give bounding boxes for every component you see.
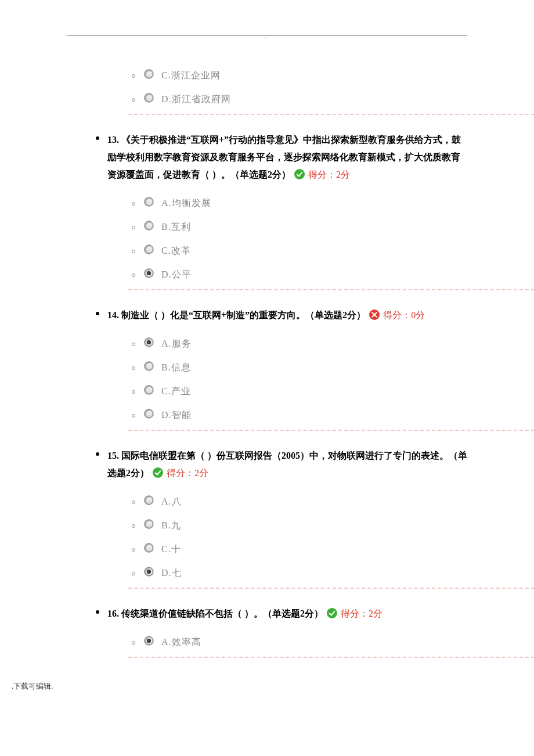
question-14: 14. 制造业（ ）化是“互联网+制造”的重要方向。（单选题2分） 得分：0分 … — [67, 307, 467, 431]
list-bullet-icon — [132, 98, 135, 102]
question-stem: 传统渠道价值链缺陷不包括（ ）。（单选题2分） — [121, 609, 323, 618]
footer-text: .下载可编辑. — [12, 681, 534, 692]
option-label: A.均衡发展 — [161, 197, 211, 210]
question-15: 15. 国际电信联盟在第（ ）份互联网报告（2005）中，对物联网进行了专门的表… — [67, 447, 467, 589]
option-row: D.浙江省政府网 — [67, 88, 467, 111]
question-number: 15. — [107, 451, 119, 460]
option-label: D.公平 — [161, 269, 192, 281]
option-label: A.效率高 — [161, 636, 201, 649]
option-label: A.八 — [161, 496, 182, 508]
radio-selected-icon[interactable] — [145, 338, 153, 347]
radio-icon[interactable] — [145, 245, 153, 254]
list-bullet-icon — [132, 366, 135, 370]
radio-icon[interactable] — [145, 221, 153, 230]
radio-selected-icon[interactable] — [145, 636, 153, 645]
bullet-icon — [96, 610, 99, 614]
question-stem: 制造业（ ）化是“互联网+制造”的重要方向。（单选题2分） — [121, 310, 366, 320]
list-bullet-icon — [132, 226, 135, 229]
list-bullet-icon — [132, 74, 135, 78]
option-row: A.均衡发展 — [67, 192, 467, 215]
list-bullet-icon — [132, 390, 135, 394]
radio-icon[interactable] — [145, 409, 153, 418]
options-list: A.均衡发展 B.互利 C.改革 D.公平 — [67, 192, 467, 290]
header-dots: .. — [0, 32, 534, 41]
check-icon — [153, 467, 163, 478]
list-bullet-icon — [132, 548, 135, 552]
score-text: 得分：2分 — [341, 609, 383, 618]
option-label: A.服务 — [161, 338, 192, 350]
option-row: C.产业 — [67, 380, 467, 404]
dashed-separator — [128, 114, 534, 115]
dashed-separator — [128, 588, 534, 589]
option-label: C.浙江企业网 — [161, 70, 221, 82]
option-row: B.九 — [67, 514, 467, 538]
q12-options-tail: C.浙江企业网 D.浙江省政府网 — [67, 64, 467, 115]
check-icon — [294, 169, 305, 179]
option-row: A.八 — [67, 490, 467, 514]
content-area: C.浙江企业网 D.浙江省政府网 13. 《关于积极推进“互联网+”行动的指导意… — [67, 64, 467, 658]
question-16: 16. 传统渠道价值链缺陷不包括（ ）。（单选题2分） 得分：2分 A.效率高 — [67, 605, 467, 658]
option-label: B.信息 — [161, 362, 191, 374]
dashed-separator — [128, 657, 534, 658]
score-text: 得分：2分 — [308, 170, 350, 179]
option-label: C.十 — [161, 543, 181, 556]
score-text: 得分：0分 — [383, 310, 425, 320]
radio-icon[interactable] — [145, 386, 153, 394]
radio-icon[interactable] — [145, 520, 153, 528]
dashed-separator — [128, 430, 534, 431]
radio-selected-icon[interactable] — [145, 269, 153, 278]
x-icon — [369, 309, 380, 320]
bullet-icon — [96, 136, 99, 140]
list-bullet-icon — [132, 524, 135, 528]
list-bullet-icon — [132, 641, 135, 645]
document-page: .. C.浙江企业网 D.浙江省政府网 13. 《关于积极推进“互联网+” — [0, 0, 534, 715]
bullet-icon — [96, 452, 99, 456]
options-list: A.八 B.九 C.十 D.七 — [67, 490, 467, 589]
option-row: C.改革 — [67, 239, 467, 263]
list-bullet-icon — [132, 501, 135, 504]
option-row: A.效率高 — [67, 631, 467, 654]
question-text: 16. 传统渠道价值链缺陷不包括（ ）。（单选题2分） 得分：2分 — [107, 605, 467, 622]
option-row: D.公平 — [67, 263, 467, 287]
radio-icon[interactable] — [145, 496, 153, 505]
option-label: D.智能 — [161, 409, 192, 422]
option-label: D.浙江省政府网 — [161, 93, 231, 106]
list-bullet-icon — [132, 572, 135, 575]
list-bullet-icon — [132, 343, 135, 346]
option-row: D.智能 — [67, 404, 467, 427]
question-stem: 《关于积极推进“互联网+”行动的指导意见》中指出探索新型教育服务供给方式，鼓励学… — [107, 135, 461, 179]
question-number: 13. — [107, 135, 119, 145]
question-text: 14. 制造业（ ）化是“互联网+制造”的重要方向。（单选题2分） 得分：0分 — [107, 307, 467, 324]
option-label: B.九 — [161, 520, 181, 532]
check-icon — [327, 608, 337, 618]
option-row: A.服务 — [67, 332, 467, 356]
radio-icon[interactable] — [145, 70, 153, 78]
radio-icon[interactable] — [145, 197, 153, 206]
option-label: C.产业 — [161, 386, 191, 398]
bullet-icon — [96, 312, 99, 315]
option-row: C.十 — [67, 538, 467, 561]
radio-icon[interactable] — [145, 543, 153, 552]
question-number: 16. — [107, 609, 119, 618]
radio-selected-icon[interactable] — [145, 567, 153, 576]
options-list: A.服务 B.信息 C.产业 D.智能 — [67, 332, 467, 431]
question-13: 13. 《关于积极推进“互联网+”行动的指导意见》中指出探索新型教育服务供给方式… — [67, 131, 467, 290]
option-row: B.互利 — [67, 215, 467, 239]
list-bullet-icon — [132, 273, 135, 277]
list-bullet-icon — [132, 202, 135, 206]
option-row: D.七 — [67, 561, 467, 585]
radio-icon[interactable] — [145, 93, 153, 102]
score-text: 得分：2分 — [167, 468, 208, 478]
list-bullet-icon — [132, 414, 135, 417]
option-label: B.互利 — [161, 221, 191, 233]
options-list: A.效率高 — [67, 631, 467, 658]
option-row: B.信息 — [67, 356, 467, 380]
question-number: 14. — [107, 310, 119, 320]
option-label: C.改革 — [161, 245, 191, 257]
list-bullet-icon — [132, 250, 135, 253]
question-text: 13. 《关于积极推进“互联网+”行动的指导意见》中指出探索新型教育服务供给方式… — [107, 131, 467, 183]
radio-icon[interactable] — [145, 362, 153, 370]
option-label: D.七 — [161, 567, 182, 579]
dashed-separator — [128, 289, 534, 290]
option-row: C.浙江企业网 — [67, 64, 467, 88]
